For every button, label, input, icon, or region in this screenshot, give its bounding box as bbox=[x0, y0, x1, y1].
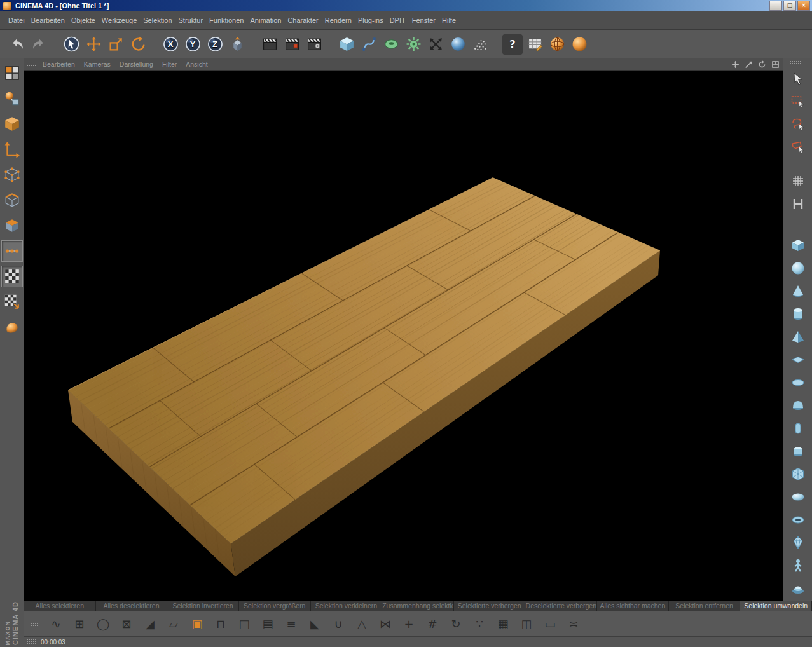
redo-icon[interactable] bbox=[29, 34, 49, 55]
stitch-and-sew-tool-icon[interactable]: # bbox=[423, 614, 442, 634]
platonic-primitive-icon[interactable] bbox=[788, 465, 808, 483]
cone-primitive-icon[interactable] bbox=[788, 282, 808, 300]
selection-command-alles-sichtbar-machen[interactable]: Alles sichtbar machen bbox=[597, 601, 669, 611]
menu-item-plug-ins[interactable]: Plug-ins bbox=[355, 15, 387, 26]
add-nurbs-object-icon[interactable] bbox=[381, 34, 401, 55]
paraboloid-primitive-icon[interactable] bbox=[788, 396, 808, 414]
melt-tool-icon[interactable]: ↻ bbox=[446, 614, 465, 634]
cylinder-primitive-icon[interactable] bbox=[788, 304, 808, 323]
content-browser-icon[interactable] bbox=[525, 34, 545, 55]
iron-tool-icon[interactable]: △ bbox=[352, 614, 371, 634]
lens-primitive-icon[interactable] bbox=[788, 487, 808, 506]
plane-cut-tool-icon[interactable]: ▱ bbox=[164, 614, 183, 634]
menu-item-charakter[interactable]: Charakter bbox=[284, 15, 321, 26]
add-spline-object-icon[interactable] bbox=[359, 34, 379, 55]
selection-command-alles-deselektieren[interactable]: Alles deselektieren bbox=[96, 601, 168, 611]
selection-command-alles-selektieren[interactable]: Alles selektieren bbox=[24, 601, 96, 611]
layout-switch-icon[interactable] bbox=[1, 62, 23, 84]
oil-tank-primitive-icon[interactable] bbox=[788, 442, 808, 460]
bevel-tool-icon[interactable]: ◣ bbox=[305, 614, 324, 634]
add-point-tool-icon[interactable]: + bbox=[399, 614, 418, 634]
object-mode-icon[interactable] bbox=[1, 317, 23, 338]
menu-item-werkzeuge[interactable]: Werkzeuge bbox=[99, 15, 140, 26]
matrix-extrude-tool-icon[interactable]: ▤ bbox=[258, 614, 277, 634]
selection-command-selektion-umwandeln[interactable]: Selektion umwandeln bbox=[740, 601, 812, 611]
selection-command-selektion-vergrößern[interactable]: Selektion vergrößern bbox=[239, 601, 311, 611]
untriangulate-tool-icon[interactable]: ▭ bbox=[540, 614, 560, 634]
lock-y-axis-icon[interactable]: Y bbox=[182, 34, 203, 55]
polygon-mode-icon[interactable] bbox=[1, 215, 23, 236]
capsule-primitive-icon[interactable] bbox=[788, 419, 808, 437]
optimize-tool-icon[interactable]: ∵ bbox=[470, 614, 489, 634]
extrude-inner-tool-icon[interactable]: □ bbox=[235, 614, 254, 634]
selection-command-selektion-verkleinern[interactable]: Selektion verkleinern bbox=[311, 601, 383, 611]
selection-command-deselektierte-verbergen[interactable]: Deselektierte verbergen bbox=[525, 601, 597, 611]
smooth-shift-tool-icon[interactable]: ≡ bbox=[282, 614, 301, 634]
selection-command-selektierte-verbergen[interactable]: Selektierte verbergen bbox=[454, 601, 526, 611]
add-modeling-object-icon[interactable] bbox=[403, 34, 423, 55]
menu-item-rendern[interactable]: Rendern bbox=[322, 15, 355, 26]
disc-primitive-icon[interactable] bbox=[788, 373, 808, 392]
menu-item-fenster[interactable]: Fenster bbox=[409, 15, 439, 26]
selection-command-selektion-invertieren[interactable]: Selektion invertieren bbox=[167, 601, 239, 611]
cube-primitive-icon[interactable] bbox=[788, 236, 808, 254]
figure-primitive-icon[interactable] bbox=[788, 556, 808, 575]
menu-item-struktur[interactable]: Struktur bbox=[175, 15, 207, 26]
pan-view-icon[interactable] bbox=[730, 59, 740, 69]
menu-item-hilfe[interactable]: Hilfe bbox=[439, 15, 459, 26]
add-primitive-object-icon[interactable] bbox=[336, 34, 357, 55]
lock-x-axis-icon[interactable]: X bbox=[160, 34, 181, 55]
rectangle-selection-tool-icon[interactable] bbox=[788, 92, 808, 111]
add-deformer-object-icon[interactable] bbox=[425, 34, 446, 55]
render-active-view-icon[interactable] bbox=[282, 34, 302, 55]
selection-command-zusammenhang-selektieren[interactable]: Zusammenhang selektieren bbox=[382, 601, 454, 611]
make-editable-icon[interactable] bbox=[1, 88, 23, 109]
mirror-tool-icon[interactable]: ⋈ bbox=[376, 614, 395, 634]
drag-handle[interactable] bbox=[27, 639, 36, 645]
weld-tool-icon[interactable]: ∿ bbox=[46, 614, 65, 634]
maximize-button[interactable]: □ bbox=[783, 1, 796, 11]
live-selection-icon[interactable] bbox=[61, 34, 81, 55]
pyramid-primitive-icon[interactable] bbox=[788, 327, 808, 346]
viewport-menu-bearbeiten[interactable]: Bearbeiten bbox=[38, 59, 79, 69]
relief-primitive-icon[interactable] bbox=[788, 579, 808, 597]
rotate-view-icon[interactable] bbox=[757, 59, 767, 69]
point-mode-icon[interactable] bbox=[1, 164, 23, 186]
create-polygon-tool-icon[interactable]: ▣ bbox=[188, 614, 207, 634]
menu-item-selektion[interactable]: Selektion bbox=[140, 15, 175, 26]
new-material-icon[interactable] bbox=[569, 34, 589, 55]
tube-primitive-icon[interactable] bbox=[788, 510, 808, 529]
edge-mode-icon[interactable] bbox=[1, 189, 23, 211]
grid-snap-icon[interactable] bbox=[788, 172, 808, 190]
online-updater-icon[interactable] bbox=[547, 34, 567, 55]
drag-handle[interactable] bbox=[31, 621, 39, 627]
move-icon[interactable] bbox=[83, 34, 104, 55]
magnet-tool-icon[interactable]: ∪ bbox=[329, 614, 348, 634]
live-selection-tool-icon[interactable] bbox=[788, 69, 808, 88]
help-icon[interactable]: ? bbox=[502, 34, 523, 55]
selection-command-selektion-entfernen[interactable]: Selektion entfernen bbox=[669, 601, 741, 611]
drag-handle[interactable] bbox=[27, 61, 36, 67]
menu-item-datei[interactable]: Datei bbox=[5, 15, 28, 26]
menu-item-bearbeiten[interactable]: Bearbeiten bbox=[28, 15, 68, 26]
triangulate-tool-icon[interactable]: ◫ bbox=[517, 614, 536, 634]
drag-handle[interactable] bbox=[790, 60, 806, 65]
close-button[interactable]: × bbox=[797, 1, 810, 11]
zoom-view-icon[interactable] bbox=[743, 59, 754, 69]
knife-tool-icon[interactable]: ◢ bbox=[141, 614, 160, 634]
menu-item-funktionen[interactable]: Funktionen bbox=[206, 15, 247, 26]
lock-z-axis-icon[interactable]: Z bbox=[205, 34, 225, 55]
model-mode-icon[interactable] bbox=[1, 113, 23, 135]
animation-mode-icon[interactable] bbox=[1, 240, 23, 262]
toggle-views-icon[interactable] bbox=[770, 59, 780, 69]
object-axis-mode-icon[interactable] bbox=[1, 139, 23, 160]
plane-primitive-icon[interactable] bbox=[788, 350, 808, 369]
freehand-selection-tool-icon[interactable] bbox=[788, 115, 808, 133]
texture-mode-icon[interactable] bbox=[1, 266, 23, 287]
normal-scale-tool-icon[interactable]: ≍ bbox=[564, 614, 583, 634]
crystal-primitive-icon[interactable] bbox=[788, 533, 808, 552]
menu-item-dpit[interactable]: DPIT bbox=[387, 15, 409, 26]
polygon-selection-tool-icon[interactable] bbox=[788, 138, 808, 156]
sphere-primitive-icon[interactable] bbox=[788, 259, 808, 277]
menu-item-objekte[interactable]: Objekte bbox=[68, 15, 99, 26]
